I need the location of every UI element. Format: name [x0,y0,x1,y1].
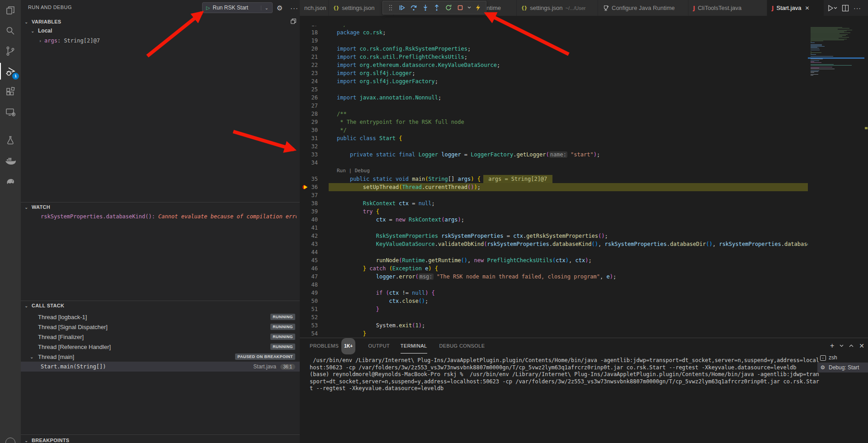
call-stack-thread[interactable]: ⌄Thread [main]PAUSED ON BREAKPOINT [21,352,300,362]
activity-bar-remote-explorer-icon[interactable] [0,102,21,122]
call-stack-thread[interactable]: Thread [Reference Handler]RUNNING [21,342,300,352]
code-line[interactable]: 50 ctx.close(); [300,297,808,305]
call-stack-thread[interactable]: Thread [Signal Dispatcher]RUNNING [21,322,300,332]
code-line[interactable]: 21import co.rsk.util.PreflightChecksUtil… [300,53,808,61]
code-line[interactable]: 27 [300,102,808,110]
call-stack-thread[interactable]: Thread [logback-1]RUNNING [21,312,300,322]
code-line[interactable]: 49 if (ctx != null) { [300,289,808,297]
run-java-icon[interactable] [827,5,837,12]
code-line[interactable]: 51 } [300,305,808,313]
terminal-dropdown-icon[interactable] [840,344,844,347]
variable-args[interactable]: ›args: String[2]@7 [39,38,100,44]
stop-button[interactable] [455,2,465,13]
breakpoints-section-header[interactable]: ⌄BREAKPOINTS [24,438,69,443]
code-line[interactable]: 36 setUpThread(Thread.currentThread()); [300,183,808,191]
new-terminal-icon[interactable]: + [830,342,834,350]
code-line[interactable]: 32 [300,142,808,151]
activity-bar-source-control-icon[interactable] [0,41,21,61]
code-line[interactable]: 37 [300,191,808,199]
code-line[interactable]: 20import co.rsk.config.RskSystemProperti… [300,45,808,53]
code-line[interactable]: 54 } [300,330,808,338]
code-line[interactable]: 22import org.ethereum.datasource.KeyValu… [300,61,808,69]
step-out-button[interactable] [432,2,442,13]
watch-expression[interactable]: rskSystemProperties.databaseKind(): Cann… [41,213,297,220]
variables-section-header[interactable]: ⌄VARIABLES [24,19,61,24]
activity-bar-files-icon[interactable] [0,0,21,20]
code-line[interactable]: 38 RskContext ctx = null; [300,199,808,207]
code-line[interactable]: 24import org.slf4j.LoggerFactory; [300,77,808,85]
code-line[interactable]: 43 KeyValueDataSource.validateDbKind(rsk… [300,240,808,248]
code-line[interactable]: 33 private static final Logger logger = … [300,151,808,159]
variables-scope-local[interactable]: ⌄Local [31,28,52,34]
code-line[interactable]: 44 [300,248,808,256]
code-line[interactable]: 53 System.exit(1); [300,321,808,330]
code-line[interactable]: 39 try { [300,207,808,216]
code-line[interactable]: 41 [300,224,808,232]
tab-nch-json[interactable]: nch.json [300,0,329,16]
code-line[interactable]: 28/** [300,110,808,118]
code-line[interactable]: 25 [300,85,808,94]
chevron-down-icon[interactable]: ⌄ [261,5,272,10]
tab-clitoolstest-java[interactable]: JCliToolsTest.java [689,0,767,16]
tab-start-java[interactable]: JStart.java✕ [767,0,824,16]
more-actions-icon[interactable]: ··· [290,4,298,12]
more-actions-icon[interactable]: ··· [854,5,861,12]
activity-bar-search-icon[interactable] [0,20,21,41]
terminal-entry-zsh[interactable]: ›zsh [817,353,868,363]
split-editor-icon[interactable] [842,5,849,12]
debug-toolbar [382,1,486,14]
code-line[interactable]: 47 logger.error(msg: "The RSK node main … [300,273,808,281]
code-line[interactable]: 34 [300,159,808,167]
step-over-button[interactable] [409,2,419,13]
terminal-output[interactable]: /usr/bin/env /Library/Internet\ Plug-Ins… [310,357,817,392]
code-line[interactable]: 18package co.rsk; [300,28,808,37]
step-into-button[interactable] [420,2,430,13]
code-line[interactable]: 45 runNode(Runtime.getRuntime(), new Pre… [300,256,808,264]
copy-icon[interactable] [290,18,297,24]
codelens-run-debug[interactable]: Run | Debug [300,167,808,175]
drag-handle[interactable] [386,2,396,13]
watch-section-header[interactable]: ⌄WATCH [24,204,50,210]
panel-tab-output[interactable]: OUTPUT [368,338,390,353]
stop-dropdown-icon[interactable] [467,2,472,13]
terminal-entry-debug-start[interactable]: ⚙Debug: Start [817,363,868,372]
close-icon[interactable]: ✕ [805,5,809,11]
code-line[interactable]: 23import org.slf4j.Logger; [300,69,808,77]
activity-bar-run-debug-icon[interactable]: 1 [0,61,21,81]
hot-code-replace-icon[interactable] [473,2,483,13]
code-line[interactable]: 30 */ [300,126,808,134]
line-content: public class Start { [329,134,402,142]
run-config-dropdown[interactable]: ▷ Run RSK Start ⌄ [202,2,273,13]
close-panel-icon[interactable]: ✕ [859,342,864,349]
restart-button[interactable] [443,2,453,13]
tab-settings-json[interactable]: {}settings.json~/.../User [517,0,598,16]
code-line[interactable]: 31public class Start { [300,134,808,142]
code-line[interactable]: 48 [300,281,808,289]
call-stack-section-header[interactable]: ⌄CALL STACK [24,303,64,308]
code-line[interactable]: 29 * The entrypoint for the RSK full nod… [300,118,808,126]
panel-tab-terminal[interactable]: TERMINAL [401,338,427,353]
continue-button[interactable] [397,2,407,13]
panel-tab-debug-console[interactable]: DEBUG CONSOLE [439,338,485,353]
activity-bar-extensions-icon[interactable] [0,81,21,102]
activity-bar-docker-icon[interactable] [0,151,21,171]
line-content: import co.rsk.config.RskSystemProperties… [329,45,471,53]
code-line[interactable]: 40 ctx = new RskContext(args); [300,216,808,224]
call-stack-frame[interactable]: Start.main(String[])Start.java36:1 [21,362,300,372]
code-line[interactable]: 35 public static void main(String[] args… [300,175,808,183]
code-editor[interactable]: 17 */18package co.rsk;1920import co.rsk.… [300,26,808,338]
code-line[interactable]: 42 RskSystemProperties rskSystemProperti… [300,232,808,240]
gear-icon[interactable]: ⚙ [277,4,283,12]
minimap[interactable] [808,26,864,338]
code-line[interactable]: 46 } catch (Exception e) { [300,264,808,273]
tab-configure-java-runtime[interactable]: Configure Java Runtime [598,0,689,16]
inline-debug-value: args = String[2]@7 [483,175,552,183]
code-line[interactable]: 52 [300,313,808,321]
code-line[interactable]: 19 [300,37,808,45]
panel-tab-problems[interactable]: PROBLEMS1K+ [310,338,355,353]
maximize-panel-icon[interactable] [849,344,854,347]
activity-bar-gradle-icon[interactable] [0,171,21,191]
code-line[interactable]: 26import javax.annotation.Nonnull; [300,94,808,102]
call-stack-thread[interactable]: Thread [Finalizer]RUNNING [21,332,300,342]
activity-bar-testing-icon[interactable] [0,130,21,151]
